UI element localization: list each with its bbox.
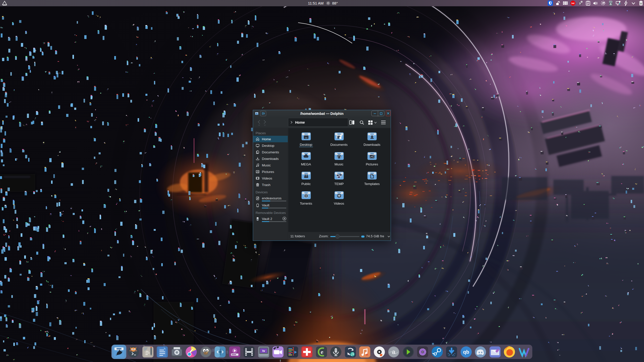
- svg-text:e: e: [320, 349, 323, 355]
- svg-text:qb: qb: [463, 349, 469, 355]
- svg-text:a: a: [392, 348, 396, 355]
- svg-text:tv: tv: [262, 349, 265, 353]
